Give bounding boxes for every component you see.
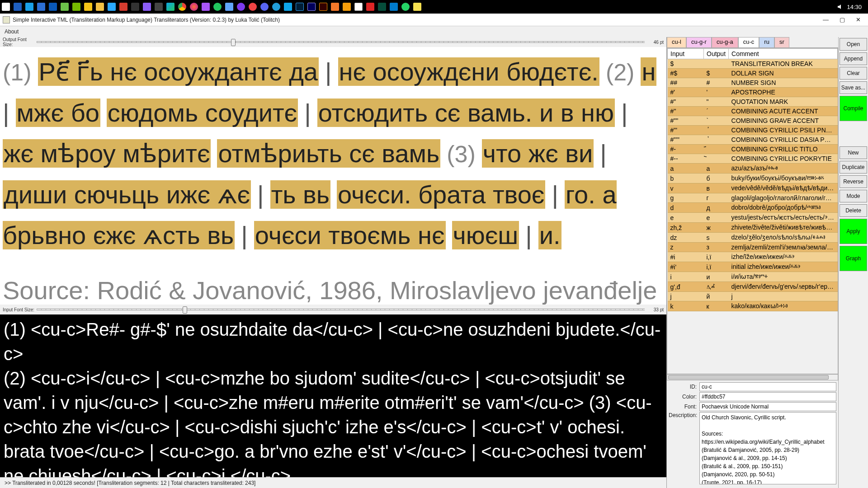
th-comment[interactable]: Comment: [729, 49, 838, 59]
explorer-icon[interactable]: [96, 3, 104, 11]
discord-icon[interactable]: [260, 3, 269, 11]
open-button[interactable]: Open: [840, 38, 867, 51]
graph-button[interactable]: Graph: [840, 246, 867, 271]
table-row[interactable]: iиi/и/іѡта/ⰺⱁⱅⰰ: [668, 272, 838, 282]
app-icon-12[interactable]: [143, 3, 151, 11]
table-row[interactable]: #iі,їizhe/īže/иже/ижеи/ⰻⰶⰵ: [668, 252, 838, 262]
id-field[interactable]: [699, 382, 836, 391]
app-icon-3[interactable]: [37, 3, 45, 11]
app-icon-4[interactable]: [49, 3, 57, 11]
blender-icon[interactable]: [331, 3, 339, 11]
app-icon-6[interactable]: [72, 3, 80, 11]
table-row[interactable]: ###NUMBER SIGN: [668, 78, 838, 88]
vscode-icon[interactable]: [390, 3, 398, 11]
firefox-icon[interactable]: [190, 3, 198, 11]
app-icon-13[interactable]: [155, 3, 163, 11]
tab-ru[interactable]: ru: [759, 37, 774, 47]
tab-cu-l[interactable]: cu-l: [667, 37, 686, 47]
app-icon-30[interactable]: [354, 3, 363, 11]
table-row[interactable]: #$$DOLLAR SIGN: [668, 69, 838, 78]
font-field[interactable]: [699, 402, 836, 411]
output-font-slider[interactable]: [37, 41, 645, 43]
color-field[interactable]: [699, 392, 836, 401]
table-row[interactable]: dдdobro/dobrê/добро/добрѣ/ⰴⱁⰱⱃⱁ: [668, 203, 838, 213]
table-row[interactable]: eеyestu/jestъ/естъ/ѥстъ/есть/есть/ⰵⱄⱅⱏ: [668, 213, 838, 223]
table-row[interactable]: zh,žжzhivete/živête/živěti/живѣте/живѣти…: [668, 223, 838, 233]
table-row[interactable]: #"'"῾COMBINING CYRILLIC DASIA PNEUMATA: [668, 135, 838, 145]
table-row[interactable]: dzѕdzelo/ʒělo/ʒело/ѕѣло/ѕѣлѡ/ⰷⱑⰾⱁ: [668, 233, 838, 243]
app-icon-21[interactable]: [249, 3, 257, 11]
start-icon[interactable]: [2, 3, 10, 11]
table-row[interactable]: #""`COMBINING GRAVE ACCENT: [668, 116, 838, 126]
slider-thumb[interactable]: [183, 306, 187, 314]
minimize-button[interactable]: —: [823, 16, 829, 23]
app-icon-29[interactable]: [343, 3, 351, 11]
append-button[interactable]: Append: [840, 52, 867, 65]
translit-table-wrap[interactable]: Input Output Comment $TRANSLITERATION BR…: [667, 48, 838, 374]
tab-sr[interactable]: sr: [774, 37, 789, 47]
table-row[interactable]: #i'і,їinitial izhe/иже/ижеи/ⰻⰶⰵ: [668, 262, 838, 272]
app-icon-9[interactable]: [108, 3, 116, 11]
app-icon-31[interactable]: [366, 3, 374, 11]
table-row[interactable]: #-҃COMBINING CYRILLIC TITLO: [668, 145, 838, 154]
app-icon-17[interactable]: [202, 3, 210, 11]
app-icon-18[interactable]: [213, 3, 222, 11]
slider-thumb[interactable]: [231, 39, 236, 46]
table-h-scrollbar[interactable]: [667, 374, 838, 380]
table-row[interactable]: g',đꙉ,ⰼdjervi/đerv/đervь/g'ervь/ꙉервь/г'…: [668, 282, 838, 292]
table-row[interactable]: vвvede/vêdê/vědě/вѣдъі/вѣдѣ/вѣди/ⰲⱑⰴⱑ: [668, 183, 838, 193]
menu-about[interactable]: About: [5, 28, 19, 35]
compile-button[interactable]: Compile: [840, 96, 867, 121]
ai-icon[interactable]: [319, 3, 327, 11]
clear-button[interactable]: Clear: [840, 67, 867, 80]
table-row[interactable]: kкkako/како/какѡ/ⰽⰰⰽⱁ: [668, 301, 838, 311]
tab-cu-c[interactable]: cu-c: [738, 37, 760, 47]
table-row[interactable]: #''APOSTROPHE: [668, 88, 838, 97]
app-icon-32[interactable]: [378, 3, 386, 11]
reverse-button[interactable]: Reverse: [840, 175, 867, 188]
app-icon-2[interactable]: [25, 3, 33, 11]
mode-button[interactable]: Mode: [840, 190, 867, 202]
duplicate-button[interactable]: Duplicate: [840, 161, 867, 174]
app-icon-7[interactable]: [84, 3, 92, 11]
table-row[interactable]: #''´COMBINING ACUTE ACCENT: [668, 107, 838, 116]
table-row[interactable]: aаazu/azъ/азъ/ⰰⰸⱏ: [668, 164, 838, 174]
current-app-icon[interactable]: [413, 3, 421, 11]
close-button[interactable]: ✕: [856, 16, 861, 23]
delete-button[interactable]: Delete: [840, 204, 867, 217]
app-icon-24[interactable]: [284, 3, 292, 11]
table-row[interactable]: jйj: [668, 292, 838, 301]
new-button[interactable]: New: [840, 146, 867, 159]
taskbar-clock[interactable]: 14:30: [832, 3, 866, 10]
app-icon-19[interactable]: [225, 3, 233, 11]
th-input[interactable]: Input: [668, 49, 704, 59]
output-pane[interactable]: (1) Рє҃ г҃ь нє осоуждантє да | нє осоужд…: [0, 47, 666, 305]
chrome-icon[interactable]: [178, 3, 186, 11]
saveas-button[interactable]: Save as...: [840, 81, 867, 94]
app-icon-1[interactable]: [14, 3, 22, 11]
app-icon-5[interactable]: [61, 3, 69, 11]
table-row[interactable]: #""QUOTATION MARK: [668, 97, 838, 107]
telegram-icon[interactable]: [272, 3, 280, 11]
input-font-slider[interactable]: [37, 309, 645, 310]
whatsapp-icon[interactable]: [401, 3, 410, 11]
viber-icon[interactable]: [237, 3, 245, 11]
desc-field[interactable]: [699, 412, 836, 484]
ae-icon[interactable]: [307, 3, 316, 11]
edge-icon[interactable]: [166, 3, 175, 11]
app-icon-10[interactable]: [119, 3, 127, 11]
tab-cu-g-a[interactable]: cu-g-a: [712, 37, 738, 47]
table-row[interactable]: zзzemlja/zemli/zeml'i/землꙗ/земла/земли/: [668, 243, 838, 252]
table-row[interactable]: bбbuky/буки/боукъі/боукъви/ⰱⱆⰽⱏⰻ: [668, 174, 838, 183]
apply-button[interactable]: Apply: [840, 219, 867, 244]
app-icon-11[interactable]: [131, 3, 139, 11]
table-row[interactable]: gгglagoli/glagoljo/глаголи҃/глаголи/глаг…: [668, 193, 838, 203]
maximize-button[interactable]: ▢: [840, 16, 845, 23]
ps-icon[interactable]: [296, 3, 304, 11]
input-pane[interactable]: (1) <cu-c>Re#- g#-$' ne osuzhdaite da</c…: [0, 314, 666, 477]
table-row[interactable]: $TRANSLITERATION BREAK: [668, 59, 838, 69]
tab-cu-g-r[interactable]: cu-g-r: [686, 37, 712, 47]
table-row[interactable]: #'"᾿COMBINING CYRILLIC PSILI PNEUMATA: [668, 126, 838, 135]
th-output[interactable]: Output: [704, 49, 729, 59]
table-row[interactable]: #--҇COMBINING CYRILLIC POKRYTIE: [668, 154, 838, 164]
